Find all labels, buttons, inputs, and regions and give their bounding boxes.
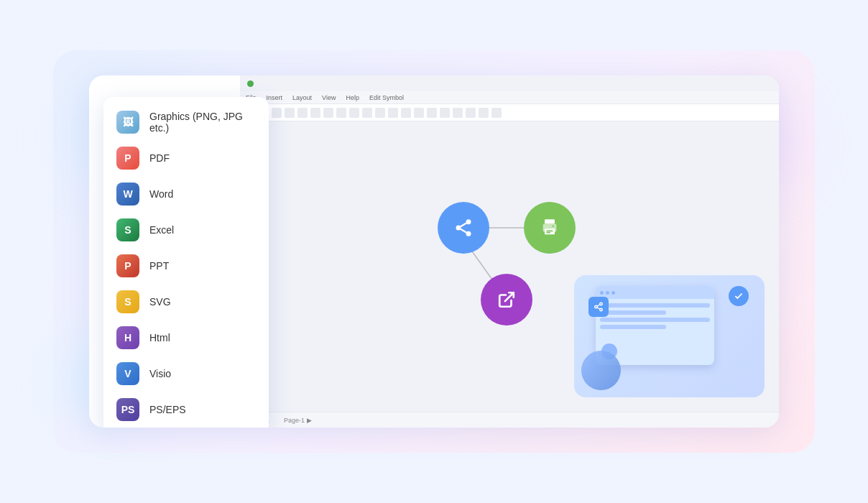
toolbar-btn-13[interactable] bbox=[414, 108, 424, 118]
svg-line-17 bbox=[597, 308, 600, 309]
menu-item-html[interactable]: HHtml bbox=[103, 320, 269, 356]
menu-icon-pdf: P bbox=[116, 147, 139, 170]
svg-point-4 bbox=[466, 231, 471, 236]
menu-item-excel[interactable]: SExcel bbox=[103, 212, 269, 248]
browser-content-line-4 bbox=[600, 325, 666, 329]
toolbar-btn-8[interactable] bbox=[349, 108, 359, 118]
menu-icon-visio: V bbox=[116, 362, 139, 385]
svg-point-3 bbox=[456, 226, 461, 231]
toolbar-btn-18[interactable] bbox=[479, 108, 489, 118]
menu-icon-word: W bbox=[116, 183, 139, 206]
svg-line-5 bbox=[461, 229, 466, 233]
menu-label-ppt: PPT bbox=[149, 260, 169, 272]
menu-label-html: Html bbox=[149, 332, 170, 343]
menu-item-graphics[interactable]: 🖼Graphics (PNG, JPG etc.) bbox=[103, 104, 269, 140]
menubar-item-edit-symbol[interactable]: Edit Symbol bbox=[369, 94, 404, 101]
toolbar-btn-7[interactable] bbox=[336, 108, 346, 118]
menu-label-pdf: PDF bbox=[149, 152, 170, 164]
statusbar-text-2: Page-1 ▶ bbox=[284, 417, 312, 424]
editor-titlebar bbox=[240, 75, 779, 91]
toolbar-btn-15[interactable] bbox=[440, 108, 450, 118]
editor-statusbar: Page-1 Page-1 ▶ bbox=[240, 412, 779, 428]
toolbar-btn-12[interactable] bbox=[401, 108, 411, 118]
menu-item-pseps[interactable]: PSPS/EPS bbox=[103, 392, 269, 428]
svg-point-15 bbox=[595, 305, 598, 308]
menu-item-svg[interactable]: SSVG bbox=[103, 284, 269, 320]
illustration-check-icon bbox=[729, 286, 749, 306]
browser-titlebar bbox=[596, 286, 714, 299]
toolbar-btn-6[interactable] bbox=[323, 108, 333, 118]
svg-point-12 bbox=[553, 226, 554, 227]
illustration-globe bbox=[581, 351, 621, 390]
browser-dot-1 bbox=[600, 291, 604, 295]
browser-content bbox=[596, 299, 714, 333]
menu-icon-ppt: P bbox=[116, 254, 139, 277]
svg-rect-10 bbox=[546, 231, 553, 232]
menu-icon-html: H bbox=[116, 326, 139, 349]
inner-card: 🖼Graphics (PNG, JPG etc.)PPDFWWordSExcel… bbox=[89, 75, 779, 428]
menu-icon-excel: S bbox=[116, 218, 139, 241]
outer-card: 🖼Graphics (PNG, JPG etc.)PPDFWWordSExcel… bbox=[53, 50, 815, 453]
browser-content-line-3 bbox=[600, 318, 710, 322]
toolbar-btn-4[interactable] bbox=[297, 108, 308, 118]
toolbar-btn-11[interactable] bbox=[388, 108, 398, 118]
toolbar-btn-2[interactable] bbox=[272, 108, 282, 118]
node-print[interactable] bbox=[524, 202, 576, 254]
menu-icon-pseps: PS bbox=[116, 398, 139, 421]
illustration-card bbox=[574, 275, 765, 397]
editor-canvas bbox=[240, 121, 779, 412]
browser-content-line-2 bbox=[600, 310, 666, 315]
menubar-item-view[interactable]: View bbox=[322, 94, 336, 101]
menu-label-visio: Visio bbox=[149, 368, 171, 379]
menu-item-ppt[interactable]: PPPT bbox=[103, 248, 269, 284]
menu-label-svg: SVG bbox=[149, 296, 171, 308]
menubar-item-insert[interactable]: Insert bbox=[267, 94, 283, 101]
toolbar-btn-17[interactable] bbox=[466, 108, 476, 118]
menubar-item-layout[interactable]: Layout bbox=[292, 94, 312, 101]
toolbar-btn-3[interactable] bbox=[285, 108, 295, 118]
browser-content-line-1 bbox=[600, 303, 710, 308]
menu-item-visio[interactable]: VVisio bbox=[103, 356, 269, 392]
toolbar-btn-16[interactable] bbox=[453, 108, 463, 118]
toolbar-btn-9[interactable] bbox=[362, 108, 372, 118]
illustration-share-icon bbox=[588, 297, 609, 317]
menu-item-pdf[interactable]: PPDF bbox=[103, 140, 269, 176]
toolbar-btn-10[interactable] bbox=[375, 108, 385, 118]
toolbar-btn-5[interactable] bbox=[310, 108, 320, 118]
node-share[interactable] bbox=[438, 202, 489, 254]
svg-rect-11 bbox=[546, 232, 550, 234]
browser-dot-3 bbox=[611, 291, 615, 295]
svg-rect-7 bbox=[545, 219, 555, 223]
toolbar-btn-19[interactable] bbox=[491, 108, 502, 118]
browser-mockup bbox=[596, 286, 714, 365]
browser-dot-2 bbox=[606, 291, 609, 295]
menu-label-word: Word bbox=[149, 188, 173, 200]
titlebar-dot-green bbox=[247, 80, 254, 87]
svg-line-6 bbox=[461, 223, 466, 227]
svg-point-16 bbox=[600, 308, 603, 311]
svg-point-2 bbox=[466, 219, 471, 224]
menubar-item-help[interactable]: Help bbox=[346, 94, 359, 101]
menu-icon-graphics: 🖼 bbox=[116, 111, 139, 134]
menu-icon-svg: S bbox=[116, 290, 139, 313]
editor-area: FileInsertLayoutViewHelpEdit Symbol bbox=[240, 75, 779, 428]
illustration-inner bbox=[574, 275, 765, 397]
menu-label-pseps: PS/EPS bbox=[149, 404, 186, 415]
menu-label-excel: Excel bbox=[149, 224, 174, 236]
node-export[interactable] bbox=[481, 274, 532, 326]
toolbar-btn-14[interactable] bbox=[427, 108, 437, 118]
menu-item-word[interactable]: WWord bbox=[103, 176, 269, 212]
svg-line-18 bbox=[597, 305, 600, 306]
menu-label-graphics: Graphics (PNG, JPG etc.) bbox=[149, 111, 256, 134]
svg-point-14 bbox=[600, 303, 603, 305]
export-dropdown-menu: 🖼Graphics (PNG, JPG etc.)PPDFWWordSExcel… bbox=[103, 97, 269, 428]
editor-toolbar bbox=[240, 104, 779, 121]
editor-menubar: FileInsertLayoutViewHelpEdit Symbol bbox=[240, 91, 779, 104]
svg-line-13 bbox=[505, 292, 514, 301]
